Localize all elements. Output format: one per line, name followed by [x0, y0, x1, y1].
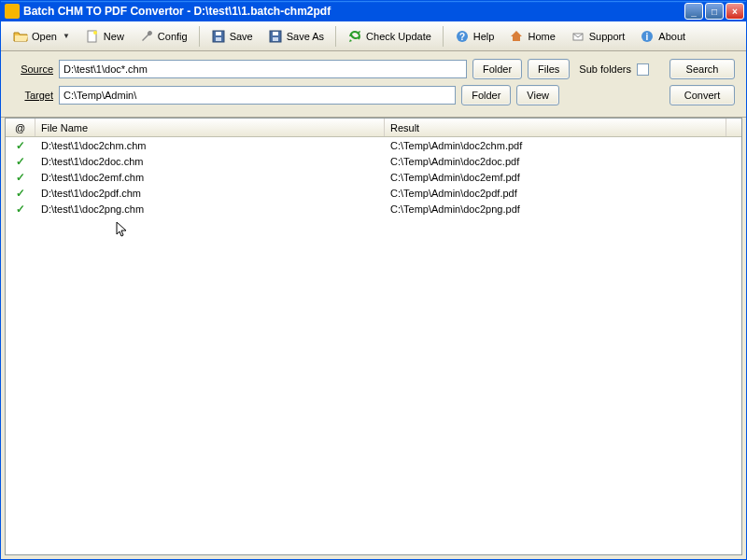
cursor-icon: [116, 221, 131, 242]
row-file: D:\test\1\doc2emf.chm: [35, 169, 385, 185]
about-button[interactable]: i About: [633, 25, 692, 48]
saveas-label: Save As: [287, 31, 324, 42]
open-button[interactable]: Open ▼: [7, 25, 77, 48]
target-input[interactable]: [59, 86, 456, 105]
help-icon: ?: [455, 29, 470, 44]
check-icon: ✓: [16, 139, 25, 152]
list-body[interactable]: ✓ D:\test\1\doc2chm.chm C:\Temp\Admin\do…: [6, 137, 741, 554]
support-label: Support: [589, 31, 626, 42]
table-row[interactable]: ✓ D:\test\1\doc2chm.chm C:\Temp\Admin\do…: [6, 137, 741, 153]
check-icon: ✓: [16, 171, 25, 184]
help-button[interactable]: ? Help: [448, 25, 501, 48]
table-row[interactable]: ✓ D:\test\1\doc2emf.chm C:\Temp\Admin\do…: [6, 169, 741, 185]
home-label: Home: [528, 31, 555, 42]
svg-point-1: [93, 31, 97, 35]
check-icon: ✓: [16, 187, 25, 200]
close-button[interactable]: ×: [726, 3, 744, 20]
floppy-icon: [268, 29, 283, 44]
chevron-down-icon: ▼: [63, 32, 70, 40]
col-result-header[interactable]: Result: [385, 119, 726, 136]
col-file-header[interactable]: File Name: [35, 119, 385, 136]
convert-button[interactable]: Convert: [669, 85, 735, 105]
row-file: D:\test\1\doc2pdf.chm: [35, 185, 385, 201]
col-status-header[interactable]: @: [6, 119, 35, 136]
row-file: D:\test\1\doc2doc.chm: [35, 153, 385, 169]
floppy-icon: [211, 29, 226, 44]
source-label: Source: [12, 63, 53, 75]
window-title: Batch CHM TO PDF Convertor - D:\test\1\1…: [23, 5, 684, 18]
target-row: Target Folder View Convert: [12, 85, 735, 105]
saveas-button[interactable]: Save As: [261, 25, 331, 48]
table-row[interactable]: ✓ D:\test\1\doc2doc.chm C:\Temp\Admin\do…: [6, 153, 741, 169]
row-result: C:\Temp\Admin\doc2chm.pdf: [385, 137, 741, 153]
toolbar: Open ▼ New Config Save Save As Check Upd…: [1, 21, 746, 51]
open-label: Open: [32, 31, 57, 42]
search-button[interactable]: Search: [669, 59, 735, 79]
svg-rect-3: [216, 32, 221, 35]
list-header: @ File Name Result: [6, 119, 741, 137]
titlebar[interactable]: Batch CHM TO PDF Convertor - D:\test\1\1…: [1, 1, 746, 21]
target-folder-button[interactable]: Folder: [461, 85, 511, 105]
toolbar-separator: [443, 26, 444, 47]
row-result: C:\Temp\Admin\doc2png.pdf: [385, 201, 741, 217]
check-icon: ✓: [16, 155, 25, 168]
svg-rect-7: [273, 37, 278, 41]
app-window: Batch CHM TO PDF Convertor - D:\test\1\1…: [0, 0, 747, 560]
refresh-icon: [347, 29, 362, 44]
info-icon: i: [640, 29, 655, 44]
table-row[interactable]: ✓ D:\test\1\doc2pdf.chm C:\Temp\Admin\do…: [6, 185, 741, 201]
svg-rect-4: [216, 37, 221, 41]
home-icon: [509, 29, 524, 44]
home-button[interactable]: Home: [502, 25, 561, 48]
row-result: C:\Temp\Admin\doc2doc.pdf: [385, 153, 741, 169]
form-area: Source Folder Files Sub folders Search T…: [1, 51, 746, 118]
table-row[interactable]: ✓ D:\test\1\doc2png.chm C:\Temp\Admin\do…: [6, 201, 741, 217]
save-label: Save: [230, 31, 253, 42]
svg-text:i: i: [646, 32, 649, 42]
help-label: Help: [473, 31, 495, 42]
checkupdate-button[interactable]: Check Update: [341, 25, 438, 48]
list-container: @ File Name Result ✓ D:\test\1\doc2chm.c…: [5, 118, 742, 555]
check-icon: ✓: [16, 203, 25, 216]
new-label: New: [104, 31, 124, 42]
wrench-icon: [139, 29, 154, 44]
row-file: D:\test\1\doc2png.chm: [35, 201, 385, 217]
toolbar-separator: [199, 26, 200, 47]
row-result: C:\Temp\Admin\doc2emf.pdf: [385, 169, 741, 185]
row-file: D:\test\1\doc2chm.chm: [35, 137, 385, 153]
svg-rect-6: [273, 32, 278, 35]
source-input[interactable]: [59, 60, 467, 78]
target-label: Target: [12, 90, 53, 101]
support-button[interactable]: Support: [564, 25, 632, 48]
save-button[interactable]: Save: [204, 25, 260, 48]
config-button[interactable]: Config: [133, 25, 194, 48]
source-files-button[interactable]: Files: [528, 59, 570, 79]
subfolders-checkbox[interactable]: [637, 63, 649, 76]
new-button[interactable]: New: [78, 25, 131, 48]
minimize-button[interactable]: _: [684, 3, 703, 20]
row-result: C:\Temp\Admin\doc2pdf.pdf: [385, 185, 741, 201]
open-folder-icon: [13, 29, 28, 44]
source-row: Source Folder Files Sub folders Search: [12, 59, 735, 79]
support-icon: [571, 29, 585, 44]
target-view-button[interactable]: View: [516, 85, 559, 105]
source-folder-button[interactable]: Folder: [472, 59, 522, 79]
app-icon: [5, 4, 20, 19]
about-label: About: [658, 31, 685, 42]
subfolders-label: Sub folders: [579, 63, 631, 75]
toolbar-separator: [335, 26, 336, 47]
maximize-button[interactable]: □: [705, 3, 724, 20]
checkupdate-label: Check Update: [366, 31, 431, 42]
svg-text:?: ?: [459, 32, 465, 42]
config-label: Config: [158, 31, 188, 42]
window-buttons: _ □ ×: [684, 3, 744, 20]
new-file-icon: [85, 29, 100, 44]
